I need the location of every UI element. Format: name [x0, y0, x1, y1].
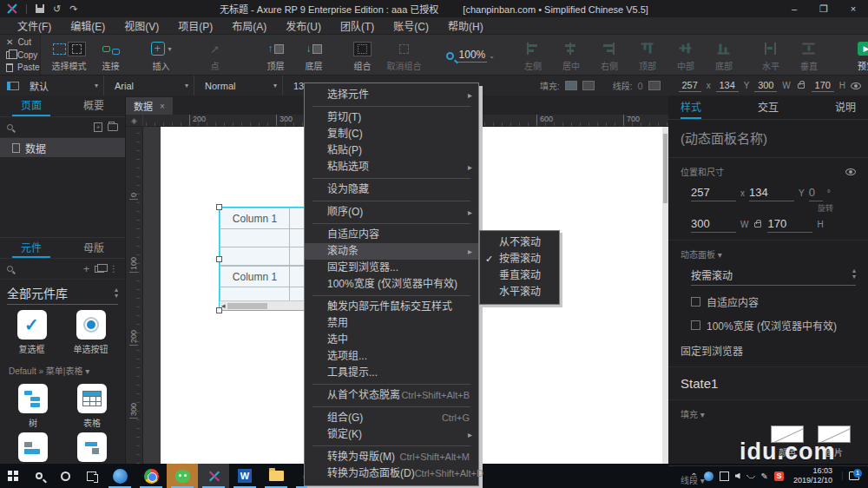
connect-button[interactable]: 连接: [93, 37, 129, 73]
context-menu-item[interactable]: [312, 178, 470, 179]
save-icon[interactable]: [36, 4, 44, 13]
fill-color-swatch2[interactable]: [582, 81, 595, 90]
taskbar-app-word[interactable]: W: [229, 464, 260, 488]
tab-pages[interactable]: 页面: [0, 96, 62, 116]
menu-item[interactable]: 文件(F): [9, 18, 60, 33]
library-select[interactable]: 全部元件库 ▴▾: [7, 281, 118, 305]
context-menu-item[interactable]: 100%宽度 (仅浏览器中有效): [305, 276, 478, 293]
context-menu-item[interactable]: 禁用: [305, 315, 478, 332]
context-menu-item[interactable]: 固定到浏览器...: [305, 260, 478, 276]
align-top-button[interactable]: 顶部: [629, 37, 666, 73]
submenu-item[interactable]: 垂直滚动: [480, 267, 559, 284]
close-button[interactable]: ×: [838, 0, 868, 17]
cortana-button[interactable]: [52, 464, 78, 488]
taskbar-search-button[interactable]: [26, 464, 52, 488]
context-menu-item[interactable]: 触发内部元件鼠标交互样式: [305, 299, 478, 315]
taskbar-app-browser[interactable]: [104, 464, 135, 488]
taskbar-app-explorer[interactable]: [260, 464, 292, 488]
font-weight-select[interactable]: Normal▾: [200, 76, 283, 96]
align-right-button[interactable]: 右侧: [591, 37, 628, 73]
tab-style[interactable]: 样式: [681, 96, 701, 119]
add-library-icon[interactable]: +: [83, 263, 89, 275]
taskbar-clock[interactable]: 16:03 2019/12/10: [790, 466, 836, 485]
full-width-checkbox-row[interactable]: 100%宽度 (仅浏览器中有效): [691, 318, 856, 333]
menu-item[interactable]: 编辑(E): [62, 18, 114, 33]
context-menu-item[interactable]: 选项组...: [305, 348, 478, 365]
context-menu-item[interactable]: 转换为动态面板(D) Ctrl+Shift+Alt+D: [305, 465, 478, 482]
widget-horizontal-menu[interactable]: [18, 432, 48, 462]
action-center-button[interactable]: 1: [842, 472, 865, 480]
context-menu-item[interactable]: 粘贴(P): [305, 142, 478, 159]
align-bottom-button[interactable]: 底部: [706, 37, 742, 73]
context-menu-item[interactable]: 顺序(O): [305, 204, 478, 221]
task-view-button[interactable]: [78, 464, 104, 488]
state1-section[interactable]: State1: [668, 367, 868, 400]
selection-handle[interactable]: [216, 307, 222, 313]
preview-button[interactable]: ▶ 预览: [848, 37, 868, 73]
distribute-horizontal-button[interactable]: 水平: [753, 37, 789, 73]
library-stack-icon[interactable]: [95, 266, 104, 273]
rotation-input[interactable]: 0: [809, 186, 823, 201]
ungroup-button[interactable]: 取消组合: [383, 37, 426, 73]
top-layer-button[interactable]: ↑ 顶层: [258, 37, 294, 73]
taskbar-app-wechat[interactable]: [167, 464, 198, 488]
h-input[interactable]: 170: [812, 80, 834, 92]
align-middle-button[interactable]: 中部: [667, 37, 704, 73]
menu-item[interactable]: 布局(A): [223, 18, 275, 33]
align-center-button[interactable]: 居中: [553, 37, 589, 73]
context-menu-item[interactable]: 剪切(T): [305, 109, 478, 126]
context-menu-item[interactable]: [312, 223, 470, 224]
widget-table[interactable]: 表格: [77, 384, 107, 429]
context-menu-item[interactable]: [312, 406, 470, 407]
checkbox[interactable]: [691, 297, 700, 307]
context-menu-item[interactable]: [312, 106, 470, 107]
submenu-item[interactable]: 水平滚动: [480, 284, 559, 300]
close-tab-icon[interactable]: ×: [160, 102, 165, 111]
w-input[interactable]: 300: [691, 217, 736, 233]
undo-icon[interactable]: ↺: [53, 4, 61, 14]
tray-app-icon[interactable]: [704, 472, 713, 481]
table-cell[interactable]: [220, 247, 290, 266]
point-button[interactable]: ➚ 点: [197, 37, 233, 73]
context-menu-item[interactable]: 滚动条: [305, 243, 478, 260]
context-menu-item[interactable]: [312, 384, 470, 385]
taskbar-app-axure[interactable]: [198, 464, 229, 488]
context-menu-item[interactable]: 粘贴选项: [305, 159, 478, 175]
panel-name-input[interactable]: (动态面板名称): [668, 120, 868, 158]
lock-ratio-icon[interactable]: [754, 222, 761, 228]
menu-item[interactable]: 项目(P): [169, 18, 221, 33]
checkbox[interactable]: [691, 320, 700, 330]
font-family-select[interactable]: Arial▾: [109, 76, 194, 96]
bottom-layer-button[interactable]: ↓ 底层: [296, 37, 332, 73]
context-menu-item[interactable]: 复制(C): [305, 126, 478, 142]
selection-handle[interactable]: [216, 256, 222, 262]
submenu-item[interactable]: 按需滚动: [480, 251, 559, 267]
lock-ratio-icon[interactable]: [798, 83, 805, 89]
tab-interaction[interactable]: 交互: [758, 96, 779, 119]
distribute-vertical-button[interactable]: 垂直: [791, 37, 827, 73]
menu-item[interactable]: 帮助(H): [439, 18, 492, 33]
tray-expand-icon[interactable]: ⌃: [690, 472, 697, 481]
canvas-tab-data[interactable]: 数据 ×: [126, 97, 173, 115]
align-left-button[interactable]: 左侧: [515, 37, 551, 73]
context-menu-item[interactable]: [312, 295, 470, 296]
context-menu-item[interactable]: [312, 445, 470, 446]
search-icon[interactable]: [7, 124, 13, 130]
zoom-value[interactable]: 100%: [457, 49, 488, 63]
network-icon[interactable]: [746, 472, 754, 480]
sogou-icon[interactable]: S: [774, 472, 784, 481]
table-header-cell[interactable]: Column 1: [220, 267, 290, 287]
tab-masters[interactable]: 母版: [62, 238, 125, 258]
widget-checkbox[interactable]: ✓ 复选框: [17, 310, 47, 355]
visibility-eye-icon[interactable]: [851, 82, 861, 89]
y-input[interactable]: 134: [749, 186, 794, 201]
x-input[interactable]: 257: [691, 186, 736, 201]
selection-handle[interactable]: [216, 204, 222, 210]
context-menu-item[interactable]: 自适应内容: [305, 227, 478, 243]
search-icon[interactable]: [7, 266, 13, 272]
y-input[interactable]: 134: [716, 80, 739, 92]
pen-icon[interactable]: ✎: [761, 472, 768, 481]
ime-icon[interactable]: [720, 472, 729, 481]
tab-outline[interactable]: 概要: [62, 96, 125, 116]
submenu-item[interactable]: 从不滚动: [480, 234, 559, 251]
